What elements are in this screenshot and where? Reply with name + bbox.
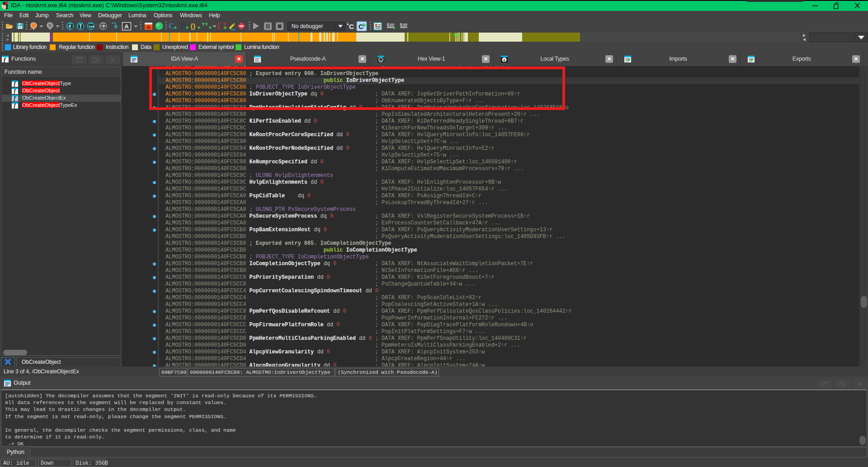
svg-text:T: T xyxy=(79,24,82,29)
svg-text:A: A xyxy=(124,23,129,30)
svg-text:C: C xyxy=(359,23,363,30)
svg-text:xxx: xxx xyxy=(89,25,94,28)
svg-text:C: C xyxy=(169,22,175,31)
svg-text:D: D xyxy=(180,22,186,31)
svg-text:{}: {} xyxy=(190,22,196,30)
svg-text:C: C xyxy=(349,23,354,30)
svg-text:#: # xyxy=(69,24,71,29)
